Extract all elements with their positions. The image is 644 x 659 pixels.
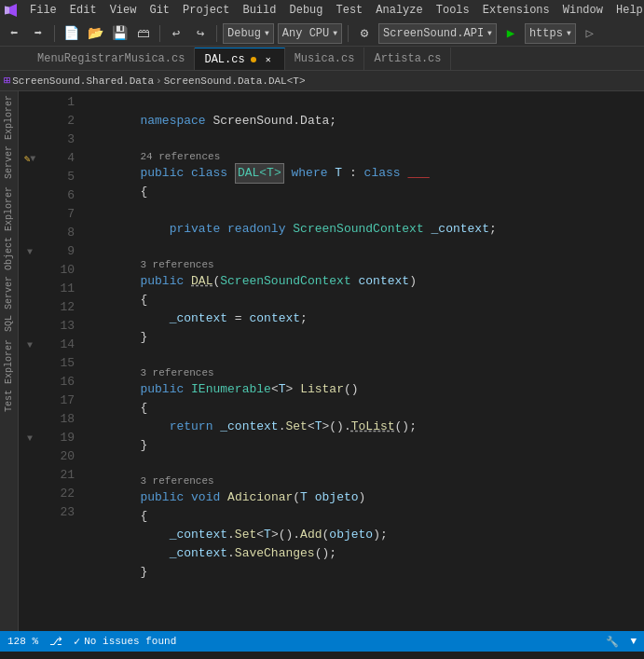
ref-hint-4: 24 references [82, 149, 644, 164]
ln-19: 19 [41, 429, 75, 447]
code-line-19: public void Adicionar(T objeto) [82, 488, 644, 507]
ln-17: 17 [41, 391, 75, 410]
gutter-2 [19, 112, 41, 130]
ln-7: 7 [41, 205, 75, 224]
tab-dal-close[interactable]: ✕ [262, 53, 275, 66]
menu-help[interactable]: Help [610, 2, 644, 19]
code-line-17: } [82, 436, 644, 455]
settings-button[interactable]: ⚙ [354, 23, 375, 44]
ln-8: 8 [41, 224, 75, 242]
tab-dal[interactable]: DAL.cs ✕ [195, 48, 284, 70]
issues-status[interactable]: ✓ No issues found [74, 635, 176, 649]
gutter-4: ✎ ▼ [19, 149, 41, 168]
ref-3b-text: 3 references [140, 365, 213, 380]
zoom-level[interactable]: 128 % [7, 636, 38, 647]
menu-debug[interactable]: Debug [283, 2, 328, 19]
code-line-18 [82, 455, 644, 474]
menu-edit[interactable]: Edit [64, 2, 103, 19]
editor-area: ✎ ▼ ▼ [19, 91, 644, 631]
menu-build[interactable]: Build [237, 2, 281, 19]
sidebar-sql-explorer[interactable]: SQL Server Object Explorer [2, 183, 16, 336]
cpu-config-label: Any CPU [282, 27, 329, 40]
gutter-10 [19, 261, 41, 280]
save-all-button[interactable]: 🗃 [133, 23, 154, 44]
redo-button[interactable]: ↪ [190, 23, 211, 44]
url-arrow: ▼ [567, 29, 571, 37]
undo-button[interactable]: ↩ [166, 23, 186, 44]
menu-extensions[interactable]: Extensions [477, 2, 555, 19]
ln-22: 22 [41, 485, 75, 503]
status-right-icon: 🔧 [606, 636, 619, 648]
ln-16: 16 [41, 373, 75, 391]
cpu-config-dropdown[interactable]: Any CPU ▼ [278, 23, 342, 44]
edit-icon-4: ✎ [24, 153, 31, 165]
main-area: Server Explorer SQL Server Object Explor… [0, 91, 644, 631]
unsaved-indicator [251, 57, 256, 62]
left-sidebar: Server Explorer SQL Server Object Explor… [0, 91, 19, 631]
ln-3: 3 [41, 130, 75, 149]
ln-9: 9 [41, 242, 75, 261]
menu-tools[interactable]: Tools [431, 2, 475, 19]
path-left[interactable]: ScreenSound.Shared.Data [12, 76, 154, 87]
code-line-9: public DAL(ScreenSoundContext context) [82, 272, 644, 291]
tab-musica[interactable]: Musica.cs [285, 48, 365, 70]
ln-4: 4 [41, 149, 75, 168]
collapse-14[interactable]: ▼ [27, 340, 33, 350]
issues-text: No issues found [84, 636, 176, 647]
gutter-5 [19, 168, 41, 186]
vs-logo [4, 2, 19, 19]
sidebar-test-explorer[interactable]: Test Explorer [2, 336, 16, 416]
gutter-14: ▼ [19, 336, 41, 354]
forward-button[interactable]: ➡ [28, 23, 48, 44]
code-editor[interactable]: ✎ ▼ ▼ [19, 91, 644, 631]
debug-config-arrow: ▼ [265, 29, 269, 37]
menu-file[interactable]: File [24, 2, 62, 19]
code-content: namespace ScreenSound.Data; 24 reference… [82, 91, 644, 631]
code-line-16: return _context.Set<T>().ToList(); [82, 418, 644, 436]
collapse-4[interactable]: ▼ [30, 154, 35, 164]
menu-git[interactable]: Git [144, 2, 175, 19]
code-line-13 [82, 347, 644, 365]
menu-window[interactable]: Window [557, 2, 609, 19]
menu-project[interactable]: Project [177, 2, 235, 19]
menu-view[interactable]: View [104, 2, 143, 19]
gutter-7 [19, 205, 41, 224]
ln-13: 13 [41, 317, 75, 336]
code-line-7: private readonly ScreenSoundContext _con… [82, 220, 644, 239]
gutter-18 [19, 410, 41, 429]
api-dropdown[interactable]: ScreenSound.API ▼ [378, 23, 497, 44]
menu-bar: File Edit View Git Project Build Debug T… [0, 0, 644, 21]
ln-18: 18 [41, 410, 75, 429]
back-button[interactable]: ⬅ [4, 23, 24, 44]
ref-hint-9: 3 references [82, 257, 644, 272]
ln-1: 1 [41, 93, 75, 112]
kw-namespace: namespace [140, 112, 205, 130]
toolbar-separator-3 [216, 25, 217, 42]
debug-config-dropdown[interactable]: Debug ▼ [223, 23, 274, 44]
tolist-method: ToList [351, 418, 395, 436]
tab-menu[interactable]: MenuRegistrarMusica.cs [28, 48, 195, 70]
tab-dal-label: DAL.cs [204, 53, 244, 66]
url-dropdown[interactable]: https ▼ [525, 23, 576, 44]
open-button[interactable]: 📂 [85, 23, 105, 44]
gutter-6 [19, 186, 41, 205]
menu-analyze[interactable]: Analyze [370, 2, 428, 19]
collapse-9[interactable]: ▼ [27, 247, 33, 257]
status-bar: 128 % ⎇ ✓ No issues found 🔧 ▼ [0, 631, 644, 652]
ln-14: 14 [41, 336, 75, 354]
code-line-21: _context.Set<T>().Add(objeto); [82, 526, 644, 544]
code-line-5: { [82, 183, 644, 201]
tab-artista[interactable]: Artista.cs [364, 48, 451, 70]
sidebar-server-explorer[interactable]: Server Explorer [2, 91, 16, 183]
menu-test[interactable]: Test [331, 2, 369, 19]
save-button[interactable]: 💾 [109, 23, 130, 44]
gutter-17 [19, 391, 41, 410]
branch-icon: ⎇ [49, 635, 62, 649]
path-right[interactable]: ScreenSound.Data.DAL<T> [164, 76, 306, 87]
extra-run-button[interactable]: ▷ [580, 23, 600, 44]
gutter-1 [19, 93, 41, 112]
new-file-button[interactable]: 📄 [61, 23, 81, 44]
run-button[interactable]: ▶ [500, 23, 521, 44]
code-line-4: public class DAL<T> where T : class ___ [82, 164, 644, 183]
collapse-19[interactable]: ▼ [27, 433, 33, 444]
